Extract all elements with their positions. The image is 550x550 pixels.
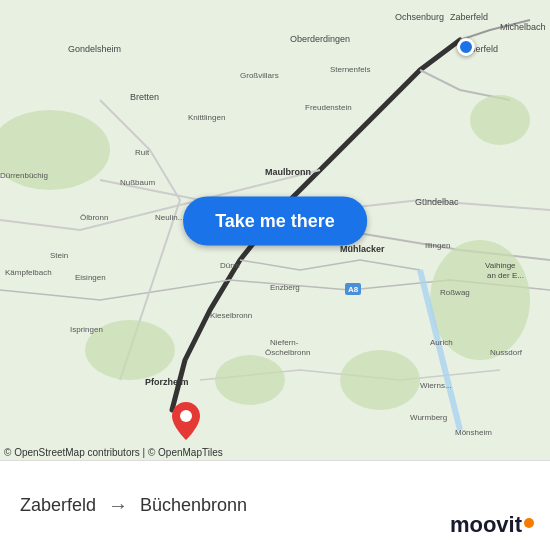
svg-text:Roßwag: Roßwag [440, 288, 470, 297]
svg-text:Gündelbac: Gündelbac [415, 197, 459, 207]
svg-text:Freudenstein: Freudenstein [305, 103, 352, 112]
svg-text:Ruit: Ruit [135, 148, 150, 157]
map-container: Gondelsheim Bretten Oberderdingen Zaberf… [0, 0, 550, 460]
svg-text:Kämpfelbach: Kämpfelbach [5, 268, 52, 277]
moovit-logo: moovit [450, 512, 534, 538]
svg-text:Gondelsheim: Gondelsheim [68, 44, 121, 54]
svg-text:Neulin...: Neulin... [155, 213, 184, 222]
destination-label: Büchenbronn [140, 495, 247, 516]
svg-text:Michelbach: Michelbach [500, 22, 546, 32]
svg-text:Öschelbronn: Öschelbronn [265, 348, 310, 357]
svg-text:Knittlingen: Knittlingen [188, 113, 225, 122]
svg-text:Dürrenbüchig: Dürrenbüchig [0, 171, 48, 180]
origin-label: Zaberfeld [20, 495, 96, 516]
svg-text:Dürm: Dürm [220, 261, 240, 270]
svg-text:Eisingen: Eisingen [75, 273, 106, 282]
svg-text:Aurich: Aurich [430, 338, 453, 347]
svg-point-48 [180, 410, 192, 422]
svg-text:Großvillars: Großvillars [240, 71, 279, 80]
svg-text:Niefern-: Niefern- [270, 338, 299, 347]
map-attribution: © OpenStreetMap contributors | © OpenMap… [4, 447, 223, 458]
svg-text:Mönsheim: Mönsheim [455, 428, 492, 437]
svg-text:Mühlacker: Mühlacker [340, 244, 385, 254]
svg-text:Vaihinge: Vaihinge [485, 261, 516, 270]
take-me-there-button[interactable]: Take me there [183, 196, 367, 245]
destination-pin [172, 402, 200, 444]
svg-text:Oberderdingen: Oberderdingen [290, 34, 350, 44]
svg-text:Stein: Stein [50, 251, 68, 260]
svg-text:Pforzheim: Pforzheim [145, 377, 189, 387]
svg-text:Zaberfeld: Zaberfeld [450, 12, 488, 22]
svg-text:Sternenfels: Sternenfels [330, 65, 370, 74]
svg-text:Ochsenburg: Ochsenburg [395, 12, 444, 22]
svg-text:Kieselbronn: Kieselbronn [210, 311, 252, 320]
svg-text:an der E...: an der E... [487, 271, 524, 280]
origin-marker [457, 38, 475, 56]
svg-point-3 [340, 350, 420, 410]
svg-text:Enzberg: Enzberg [270, 283, 300, 292]
arrow-icon: → [108, 494, 128, 517]
svg-point-4 [215, 355, 285, 405]
bottom-bar: Zaberfeld → Büchenbronn moovit [0, 460, 550, 550]
svg-text:Nußbaum: Nußbaum [120, 178, 155, 187]
svg-text:Ölbronn: Ölbronn [80, 213, 108, 222]
svg-text:Bretten: Bretten [130, 92, 159, 102]
svg-text:Illingen: Illingen [425, 241, 450, 250]
svg-text:Maulbronn: Maulbronn [265, 167, 311, 177]
svg-text:A8: A8 [348, 285, 359, 294]
svg-text:Wierns...: Wierns... [420, 381, 452, 390]
moovit-text: moovit [450, 512, 522, 538]
svg-point-6 [470, 95, 530, 145]
svg-text:Nussdorf: Nussdorf [490, 348, 523, 357]
svg-text:Wurmberg: Wurmberg [410, 413, 447, 422]
moovit-dot [524, 518, 534, 528]
svg-text:Ispringen: Ispringen [70, 325, 103, 334]
